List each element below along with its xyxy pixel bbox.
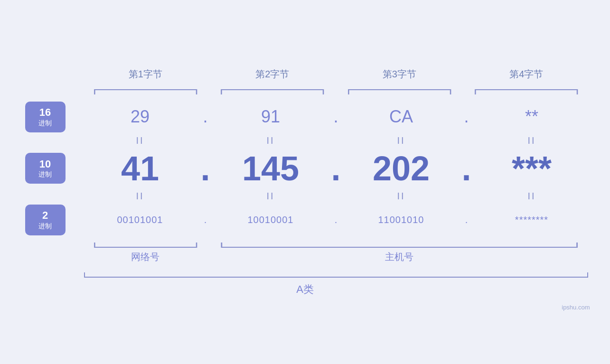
dec-label: 10 进制	[25, 153, 66, 184]
network-label: 网络号	[82, 251, 209, 263]
bottom-bracket-host	[209, 240, 590, 249]
col-header-1: 第1字节	[82, 68, 209, 84]
hex-val2: 91	[213, 107, 329, 127]
dec-val4: ***	[474, 149, 590, 188]
bracket-col1	[82, 87, 209, 97]
eq2-col1: II	[82, 191, 198, 202]
eq1-col3: II	[343, 135, 460, 146]
hex-val3: CA	[343, 107, 460, 127]
dec-dot2: .	[329, 149, 343, 188]
bin-dot3: .	[460, 215, 474, 225]
watermark: ipshu.com	[562, 304, 590, 311]
hex-label: 16 进制	[25, 102, 66, 132]
bin-dot1: .	[198, 215, 213, 225]
bracket-col4	[463, 87, 590, 97]
bin-val3: 11001010	[343, 215, 460, 225]
hex-val4: **	[474, 107, 590, 127]
class-bracket	[20, 270, 590, 280]
class-label: A类	[296, 282, 314, 297]
hex-dot2: .	[329, 107, 343, 127]
bracket-col2	[209, 87, 336, 97]
bin-val2: 10010001	[213, 215, 329, 225]
bin-val4: ********	[474, 215, 590, 225]
dec-dot1: .	[198, 149, 213, 188]
eq2-col4: II	[474, 191, 590, 202]
host-label: 主机号	[209, 251, 590, 263]
eq2-col3: II	[343, 191, 460, 202]
bottom-bracket-network	[82, 240, 209, 249]
eq1-col4: II	[474, 135, 590, 146]
bin-dot2: .	[329, 215, 343, 225]
hex-val1: 29	[82, 107, 198, 127]
eq1-col1: II	[82, 135, 198, 146]
bracket-col3	[336, 87, 463, 97]
hex-dot3: .	[460, 107, 474, 127]
dec-val1: 41	[82, 149, 198, 188]
bin-val1: 00101001	[82, 215, 198, 225]
dec-val3: 202	[343, 149, 460, 188]
dec-val2: 145	[213, 149, 329, 188]
col-header-4: 第4字节	[463, 68, 590, 84]
hex-dot1: .	[198, 107, 213, 127]
col-header-3: 第3字节	[336, 68, 463, 84]
eq1-col2: II	[213, 135, 329, 146]
col-header-2: 第2字节	[209, 68, 336, 84]
eq2-col2: II	[213, 191, 329, 202]
bin-label: 2 进制	[25, 205, 66, 235]
dec-dot3: .	[460, 149, 474, 188]
